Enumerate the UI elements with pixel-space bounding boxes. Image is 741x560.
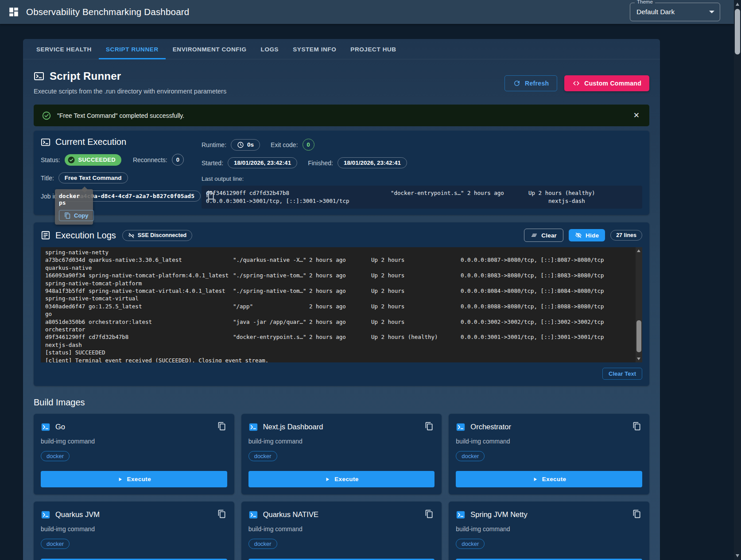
build-images-grid: Go build-img command docker Execute Next… [34, 414, 649, 560]
log-lines: spring-native-nettya73bc67d034dquarkus-n… [45, 249, 632, 362]
copy-icon [206, 191, 215, 200]
clear-text-button[interactable]: Clear Text [602, 368, 642, 380]
scroll-down-icon[interactable] [736, 554, 739, 557]
log-container-row: a73bc67d034dquarkus-native:3.30.6_latest… [45, 256, 632, 264]
log-line: go [45, 310, 632, 318]
execute-label: Execute [334, 476, 359, 482]
terminal-icon [248, 510, 258, 520]
copy-command-button[interactable] [217, 509, 227, 521]
clear-logs-button[interactable]: Clear [524, 229, 563, 242]
log-line: spring-native-tomcat-platform [45, 280, 632, 287]
terminal-icon [456, 422, 466, 432]
build-card: Quarkus JVM build-img command docker Exe… [34, 502, 234, 560]
theme-select[interactable]: Theme Default Dark [630, 3, 720, 21]
build-card: Spring JVM Netty build-img command docke… [449, 502, 649, 560]
page-title: Script Runner [50, 70, 121, 82]
custom-command-button[interactable]: Custom Command [564, 75, 649, 91]
copy-command-button[interactable] [632, 421, 642, 433]
refresh-icon [513, 79, 521, 87]
build-card-subtitle: build-img command [248, 525, 435, 533]
hide-label: Hide [586, 232, 599, 239]
refresh-button[interactable]: Refresh [504, 75, 557, 91]
tab-environment-config[interactable]: ENVIRONMENT CONFIG [166, 39, 254, 59]
refresh-label: Refresh [525, 80, 549, 87]
success-alert: "Free Text Command" completed successful… [34, 105, 649, 126]
build-card-title: Orchestrator [470, 423, 511, 431]
terminal-icon [41, 137, 50, 147]
build-card: Go build-img command docker Execute [34, 414, 234, 494]
copy-job-id-button[interactable] [205, 190, 216, 202]
tooltip-copy-button[interactable]: Copy [59, 210, 94, 221]
build-card: Quarkus NATIVE build-img command docker … [241, 502, 442, 560]
build-card: Next.js Dashboard build-img command dock… [241, 414, 442, 494]
theme-select-value: Default Dark [636, 8, 675, 16]
build-images-title: Build Images [34, 397, 649, 408]
clock-icon [237, 141, 244, 148]
status-badge: SUCCEEDED [65, 154, 121, 166]
execute-button[interactable]: Execute [456, 471, 642, 487]
link-off-icon [128, 232, 135, 239]
exit-code-badge: 0 [303, 139, 314, 151]
alert-text: "Free Text Command" completed successful… [57, 112, 184, 119]
page: Observability Benchmarking Dashboard The… [0, 0, 734, 560]
eye-off-icon [575, 232, 582, 239]
tab-project-hub[interactable]: PROJECT HUB [343, 39, 403, 59]
build-card-subtitle: build-img command [41, 438, 227, 445]
execute-label: Execute [542, 476, 566, 482]
log-scrollbar-thumb[interactable] [636, 320, 641, 352]
tab-service-health[interactable]: SERVICE HEALTH [29, 39, 99, 59]
copy-icon [217, 509, 226, 518]
docker-tag: docker [248, 539, 277, 549]
lines-count-badge: 27 lines [610, 230, 642, 241]
execute-button[interactable]: Execute [248, 471, 435, 487]
log-output: spring-native-nettya73bc67d034dquarkus-n… [41, 247, 642, 362]
page-scrollbar[interactable] [734, 0, 741, 560]
viewport: Observability Benchmarking Dashboard The… [0, 0, 741, 560]
scroll-up-icon[interactable] [736, 3, 739, 6]
docker-tag: docker [41, 451, 70, 461]
copy-command-button[interactable] [424, 509, 435, 521]
build-card-subtitle: build-img command [41, 525, 227, 533]
execute-button[interactable]: Execute [41, 471, 227, 487]
finished-pill: 18/01/2026, 23:42:41 [338, 157, 407, 168]
play-icon [117, 476, 123, 482]
tab-system-info[interactable]: SYSTEM INFO [286, 39, 343, 59]
sse-status-text: SSE Disconnected [138, 232, 186, 238]
alert-close-button[interactable]: ✕ [632, 110, 641, 121]
terminal-icon [41, 510, 50, 520]
tab-logs[interactable]: LOGS [254, 39, 286, 59]
last-output-label: Last output line: [202, 175, 642, 182]
runtime-label: Runtime: [202, 141, 226, 148]
tab-script-runner[interactable]: SCRIPT RUNNER [99, 39, 166, 59]
log-line: spring-native-tomcat-virtual [45, 295, 632, 302]
output-id-image: d9f3461290ff cd7fd32b47b8 [206, 189, 391, 197]
terminal-icon [41, 422, 50, 432]
current-execution-panel: Current Execution Status: SUCCEEDED [34, 131, 649, 215]
main-card: SERVICE HEALTHSCRIPT RUNNERENVIRONMENT C… [23, 39, 660, 560]
theme-select-label: Theme [635, 0, 655, 4]
app-bar: Observability Benchmarking Dashboard The… [0, 0, 734, 24]
check-circle-icon [42, 111, 51, 121]
log-container-row: d9f3461290ffcd7fd32b47b8"docker-entrypoi… [45, 333, 632, 341]
dashboard-icon [8, 6, 19, 18]
output-created: 2 hours ago [467, 189, 528, 197]
copy-command-button[interactable] [632, 509, 642, 521]
copy-command-button[interactable] [424, 421, 435, 433]
copy-icon [632, 509, 641, 518]
tab-content: Script Runner Execute scripts from the .… [23, 59, 660, 560]
scroll-down-icon[interactable] [637, 358, 640, 360]
docker-tag: docker [456, 539, 485, 549]
terminal-icon [456, 510, 466, 520]
scroll-up-icon[interactable] [637, 249, 640, 252]
log-scrollbar[interactable] [636, 247, 642, 362]
play-icon [324, 476, 330, 482]
page-scrollbar-thumb[interactable] [735, 9, 740, 54]
execution-logs-panel: Execution Logs SSE Disconnected Clear [34, 222, 649, 386]
chevron-down-icon [709, 11, 714, 13]
page-header: Script Runner Execute scripts from the .… [34, 70, 649, 95]
current-execution-title: Current Execution [55, 137, 126, 147]
build-card-subtitle: build-img command [456, 525, 642, 533]
copy-command-button[interactable] [217, 421, 227, 433]
hide-logs-button[interactable]: Hide [569, 229, 605, 241]
build-card-title: Spring JVM Netty [470, 510, 527, 519]
